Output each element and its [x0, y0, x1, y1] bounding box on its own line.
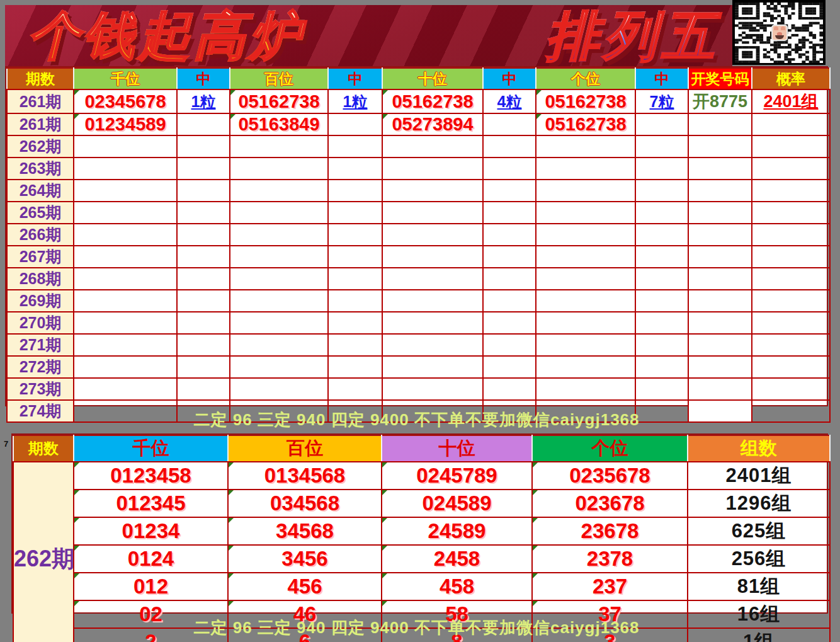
- cell-digits: 034568: [228, 490, 382, 517]
- cell-digits: 05273894: [382, 113, 483, 135]
- cell-groups: 625组: [688, 517, 830, 545]
- cell-hit: [483, 312, 536, 334]
- cell-digits: [536, 202, 635, 224]
- cell-hit: [177, 268, 230, 290]
- cell-open-number: [688, 180, 752, 202]
- cell-hit: [177, 224, 230, 246]
- cell-digits: 0245789: [382, 462, 532, 490]
- cell-digits: [382, 356, 483, 378]
- cell-period: 273期: [7, 378, 74, 400]
- cell-digits: 01234589: [74, 113, 177, 135]
- cell-open-number: [688, 334, 752, 356]
- cell-digits: 012345: [74, 490, 228, 517]
- banner-title-right: 排列五: [546, 9, 720, 62]
- table1-row: 262期: [7, 135, 830, 158]
- cell-period: 262期: [7, 135, 74, 158]
- cell-digits: 05162738: [536, 113, 635, 135]
- cell-hit: [635, 246, 688, 268]
- cell-hit: 7粒: [635, 89, 688, 113]
- cell-digits: [230, 180, 328, 202]
- cell-hit: [177, 135, 230, 158]
- cell-hit: [177, 356, 230, 378]
- table1-row: 263期: [7, 158, 830, 180]
- cell-digits: [230, 312, 328, 334]
- cell-open-number: [688, 135, 752, 158]
- cell-digits: [536, 334, 635, 356]
- cell-groups: 81组: [688, 573, 830, 600]
- col-header-shiwei: 十位: [382, 435, 532, 462]
- table1-row: 261期 02345678 1粒 05162738 1粒 05162738 4粒…: [7, 89, 830, 113]
- cell-hit: [328, 268, 382, 290]
- cell-period: 265期: [7, 202, 74, 224]
- table2-header-row: 期数 千位 百位 十位 个位 组数: [13, 435, 830, 462]
- table1-row: 261期 01234589 05163849 05273894 05162738: [7, 113, 830, 135]
- table1-row: 269期: [7, 290, 830, 312]
- cell-open-number: [688, 158, 752, 180]
- cell-hit: [483, 268, 536, 290]
- cell-digits: 024589: [382, 490, 532, 517]
- cell-hit: [328, 334, 382, 356]
- cell-hit: [635, 135, 688, 158]
- cell-digits: [230, 290, 328, 312]
- col-header-hit4: 中: [635, 68, 688, 89]
- cell-open-number: [688, 202, 752, 224]
- col-header-qianwei: 千位: [74, 435, 228, 462]
- cell-period: 270期: [7, 312, 74, 334]
- cell-hit: [177, 202, 230, 224]
- table1-row: 270期: [7, 312, 830, 334]
- col-header-qianwei: 千位: [74, 68, 177, 89]
- cell-probability: [752, 378, 830, 400]
- qr-code: [732, 0, 826, 65]
- cell-digits: 0124: [74, 545, 228, 573]
- cell-period: 264期: [7, 180, 74, 202]
- cell-digits: 2458: [382, 545, 532, 573]
- cell-digits: 456: [228, 573, 382, 600]
- col-header-period: 期数: [13, 435, 74, 462]
- col-header-period: 期数: [7, 68, 74, 89]
- col-header-gewei: 个位: [532, 435, 688, 462]
- cell-digits: 012: [74, 573, 228, 600]
- cell-digits: [536, 356, 635, 378]
- table1-row: 268期: [7, 268, 830, 290]
- cell-period: 261期: [7, 89, 74, 113]
- cell-period: 272期: [7, 356, 74, 378]
- cell-digits: [536, 312, 635, 334]
- cell-hit: [483, 180, 536, 202]
- cell-period: 266期: [7, 224, 74, 246]
- cell-hit: [483, 202, 536, 224]
- cell-probability: [752, 356, 830, 378]
- cell-probability: [752, 334, 830, 356]
- cell-hit: [328, 180, 382, 202]
- cell-digits: 2378: [532, 545, 688, 573]
- cell-digits: 0123458: [74, 462, 228, 490]
- cell-hit: [635, 290, 688, 312]
- cell-open-number: [688, 113, 752, 135]
- cell-hit: 4粒: [483, 89, 536, 113]
- cell-digits: [382, 180, 483, 202]
- cell-probability: [752, 246, 830, 268]
- cell-digits: [74, 158, 177, 180]
- cell-digits: 0134568: [228, 462, 382, 490]
- cell-digits: 34568: [228, 517, 382, 545]
- detail-grid: 期数 千位 百位 十位 个位 组数 262期 0123458 0134568 0…: [11, 433, 828, 614]
- cell-digits: [74, 135, 177, 158]
- cell-digits: 458: [382, 573, 532, 600]
- cell-digits: [74, 312, 177, 334]
- cell-open-number: [688, 224, 752, 246]
- cell-hit: [483, 113, 536, 135]
- cell-hit: [328, 290, 382, 312]
- row-gutter-number: 7: [1, 439, 11, 449]
- cell-digits: [230, 378, 328, 400]
- cell-digits: 05163849: [230, 113, 328, 135]
- table1-row: 267期: [7, 246, 830, 268]
- col-header-hit3: 中: [483, 68, 536, 89]
- cell-hit: [483, 224, 536, 246]
- cell-digits: 01234: [74, 517, 228, 545]
- cell-open-number: [688, 290, 752, 312]
- cell-digits: [382, 158, 483, 180]
- table2-row: 012345 034568 024589 023678 1296组: [13, 490, 830, 517]
- cell-digits: [536, 158, 635, 180]
- cell-hit: [177, 312, 230, 334]
- cell-digits: [382, 246, 483, 268]
- cell-digits: 0235678: [532, 462, 688, 490]
